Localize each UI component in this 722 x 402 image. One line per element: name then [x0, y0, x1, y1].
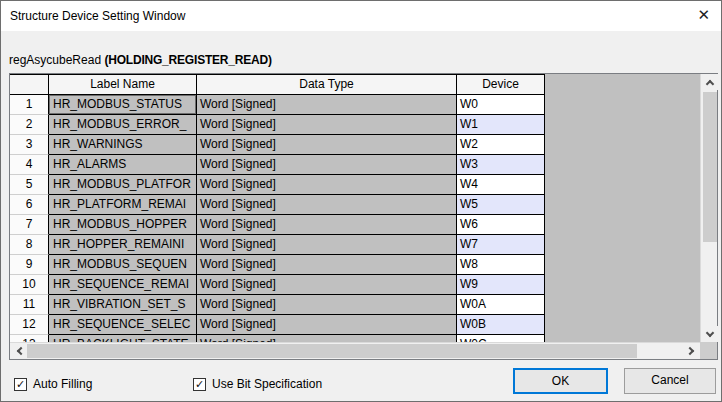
- data-type-cell[interactable]: Word [Signed]: [197, 215, 457, 235]
- use-bit-specification-label: Use Bit Specification: [212, 377, 322, 391]
- label-name-cell[interactable]: HR_MODBUS_HOPPER: [49, 215, 197, 235]
- table-row: 9 HR_MODBUS_SEQUEN Word [Signed] W8: [10, 255, 545, 275]
- device-cell[interactable]: W7: [457, 235, 545, 255]
- vertical-scroll-thumb[interactable]: [703, 92, 717, 242]
- device-cell[interactable]: W3: [457, 155, 545, 175]
- chevron-left-icon: [16, 347, 24, 355]
- row-number-cell[interactable]: 8: [10, 235, 49, 255]
- table-row: 8 HR_HOPPER_REMAINI Word [Signed] W7: [10, 235, 545, 255]
- auto-filling-checkbox[interactable]: ✓ Auto Filling: [14, 377, 92, 391]
- table-row: 7 HR_MODBUS_HOPPER Word [Signed] W6: [10, 215, 545, 235]
- device-cell[interactable]: W9: [457, 275, 545, 295]
- row-number-cell[interactable]: 2: [10, 115, 49, 135]
- device-cell[interactable]: W0: [457, 95, 545, 115]
- data-type-cell[interactable]: Word [Signed]: [197, 135, 457, 155]
- device-cell[interactable]: W4: [457, 175, 545, 195]
- device-cell[interactable]: W6: [457, 215, 545, 235]
- label-name-cell[interactable]: HR_SEQUENCE_SELEC: [49, 315, 197, 335]
- chevron-right-icon: [685, 347, 693, 355]
- checkbox-checked-icon[interactable]: ✓: [14, 378, 27, 391]
- device-cell[interactable]: W1: [457, 115, 545, 135]
- row-number-cell[interactable]: 11: [10, 295, 49, 315]
- device-cell[interactable]: W0B: [457, 315, 545, 335]
- row-number-cell[interactable]: 12: [10, 315, 49, 335]
- grid-area: Label Name Data Type Device 1 HR_MODBUS_…: [10, 74, 700, 342]
- data-type-cell[interactable]: Word [Signed]: [197, 115, 457, 135]
- device-setting-table: Label Name Data Type Device 1 HR_MODBUS_…: [9, 73, 718, 360]
- chevron-up-icon: [705, 80, 713, 88]
- row-number-cell[interactable]: 9: [10, 255, 49, 275]
- table-row: 12 HR_SEQUENCE_SELEC Word [Signed] W0B: [10, 315, 545, 335]
- table-row: 13 HR_BACKLIGHT_STATE Word [Signed] W0C: [10, 335, 545, 342]
- header-data-type[interactable]: Data Type: [197, 75, 457, 95]
- device-cell[interactable]: W5: [457, 195, 545, 215]
- structure-name-text: regAsycubeRead: [9, 53, 104, 67]
- use-bit-specification-checkbox[interactable]: ✓ Use Bit Specification: [193, 377, 322, 391]
- label-name-cell[interactable]: HR_SEQUENCE_REMAI: [49, 275, 197, 295]
- data-type-cell[interactable]: Word [Signed]: [197, 95, 457, 115]
- row-number-cell[interactable]: 13: [10, 335, 49, 342]
- label-name-cell[interactable]: HR_PLATFORM_REMAI: [49, 195, 197, 215]
- table-row: 1 HR_MODBUS_STATUS Word [Signed] W0: [10, 95, 545, 115]
- table-row: 10 HR_SEQUENCE_REMAI Word [Signed] W9: [10, 275, 545, 295]
- label-name-cell[interactable]: HR_VIBRATION_SET_S: [49, 295, 197, 315]
- close-icon[interactable]: ✕: [697, 6, 710, 24]
- data-type-cell[interactable]: Word [Signed]: [197, 335, 457, 342]
- dialog-window: Structure Device Setting Window ✕ regAsy…: [0, 0, 722, 402]
- label-name-cell[interactable]: HR_ALARMS: [49, 155, 197, 175]
- scroll-down-button[interactable]: [701, 326, 718, 342]
- table-header-row: Label Name Data Type Device: [10, 75, 545, 95]
- cancel-button[interactable]: Cancel: [624, 368, 716, 394]
- label-name-cell[interactable]: HR_MODBUS_ERROR_: [49, 115, 197, 135]
- label-name-cell[interactable]: HR_MODBUS_SEQUEN: [49, 255, 197, 275]
- checkbox-checked-icon[interactable]: ✓: [193, 378, 206, 391]
- scroll-right-button[interactable]: [683, 343, 700, 359]
- label-name-cell[interactable]: HR_HOPPER_REMAINI: [49, 235, 197, 255]
- auto-filling-label: Auto Filling: [33, 377, 92, 391]
- row-number-cell[interactable]: 7: [10, 215, 49, 235]
- header-device[interactable]: Device: [457, 75, 545, 95]
- header-row-number: [10, 75, 49, 95]
- row-number-cell[interactable]: 4: [10, 155, 49, 175]
- window-title: Structure Device Setting Window: [10, 9, 185, 23]
- horizontal-scroll-thumb[interactable]: [27, 344, 637, 358]
- table-row: 4 HR_ALARMS Word [Signed] W3: [10, 155, 545, 175]
- chevron-down-icon: [705, 329, 713, 337]
- row-number-cell[interactable]: 1: [10, 95, 49, 115]
- label-name-cell[interactable]: HR_WARNINGS: [49, 135, 197, 155]
- device-cell[interactable]: W2: [457, 135, 545, 155]
- row-number-cell[interactable]: 5: [10, 175, 49, 195]
- table-row: 3 HR_WARNINGS Word [Signed] W2: [10, 135, 545, 155]
- device-cell[interactable]: W0C: [457, 335, 545, 342]
- label-name-cell[interactable]: HR_MODBUS_PLATFOR: [49, 175, 197, 195]
- data-type-cell[interactable]: Word [Signed]: [197, 275, 457, 295]
- row-number-cell[interactable]: 3: [10, 135, 49, 155]
- scroll-up-button[interactable]: [701, 74, 718, 90]
- data-type-cell[interactable]: Word [Signed]: [197, 255, 457, 275]
- structure-name-heading: regAsycubeRead (HOLDING_REGISTER_READ): [9, 53, 272, 67]
- horizontal-scrollbar[interactable]: [10, 342, 700, 359]
- device-cell[interactable]: W0A: [457, 295, 545, 315]
- device-cell[interactable]: W8: [457, 255, 545, 275]
- scroll-left-button[interactable]: [10, 343, 27, 359]
- row-number-cell[interactable]: 6: [10, 195, 49, 215]
- label-name-cell[interactable]: HR_MODBUS_STATUS: [49, 95, 197, 115]
- vertical-scrollbar[interactable]: [700, 74, 717, 342]
- data-type-cell[interactable]: Word [Signed]: [197, 295, 457, 315]
- data-type-cell[interactable]: Word [Signed]: [197, 155, 457, 175]
- data-type-cell[interactable]: Word [Signed]: [197, 315, 457, 335]
- row-number-cell[interactable]: 10: [10, 275, 49, 295]
- header-label-name[interactable]: Label Name: [49, 75, 197, 95]
- scrollbar-corner: [700, 342, 717, 359]
- structure-type-text: (HOLDING_REGISTER_READ): [104, 53, 271, 67]
- table-row: 5 HR_MODBUS_PLATFOR Word [Signed] W4: [10, 175, 545, 195]
- data-type-cell[interactable]: Word [Signed]: [197, 175, 457, 195]
- data-type-cell[interactable]: Word [Signed]: [197, 195, 457, 215]
- label-name-cell[interactable]: HR_BACKLIGHT_STATE: [49, 335, 197, 342]
- grid: Label Name Data Type Device 1 HR_MODBUS_…: [10, 74, 545, 342]
- data-type-cell[interactable]: Word [Signed]: [197, 235, 457, 255]
- table-row: 2 HR_MODBUS_ERROR_ Word [Signed] W1: [10, 115, 545, 135]
- ok-button[interactable]: OK: [513, 368, 608, 394]
- table-row: 11 HR_VIBRATION_SET_S Word [Signed] W0A: [10, 295, 545, 315]
- title-bar: Structure Device Setting Window ✕: [1, 1, 721, 31]
